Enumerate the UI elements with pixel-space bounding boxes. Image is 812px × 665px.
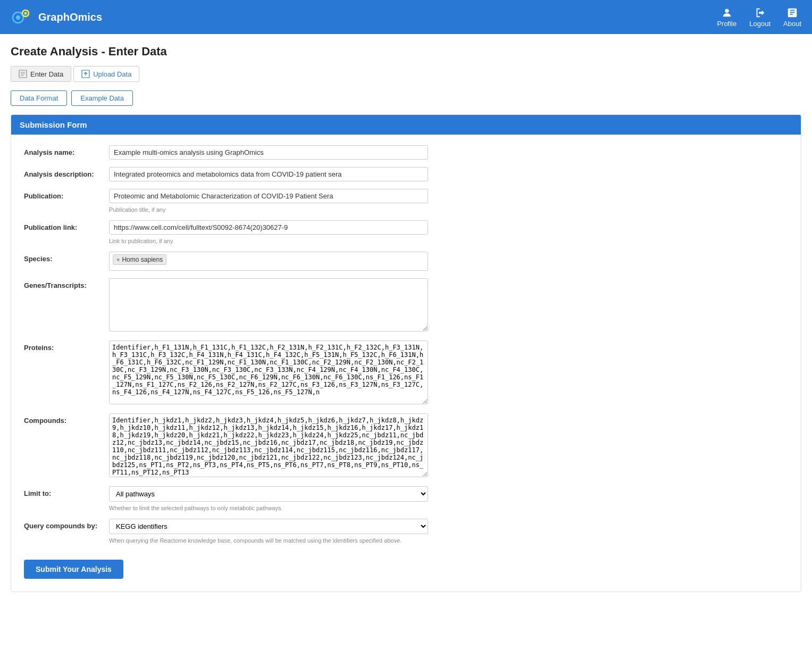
limit-to-wrap: All pathways Metabolic pathways only Whe…	[109, 486, 428, 511]
nav-about-label: About	[783, 20, 801, 28]
species-box[interactable]: × Homo sapiens	[109, 252, 428, 271]
publication-label: Publication:	[24, 189, 109, 200]
proteins-wrap: Identifier,h_F1_131N,h_F1_131C,h_F1_132C…	[109, 340, 428, 406]
proteins-textarea[interactable]: Identifier,h_F1_131N,h_F1_131C,h_F1_132C…	[109, 340, 428, 404]
logo-icon	[11, 6, 33, 28]
form-section-title: Submission Form	[20, 120, 87, 129]
nav-logout-label: Logout	[749, 20, 771, 28]
species-tag: × Homo sapiens	[113, 254, 166, 265]
tabs: Enter Data Upload Data	[11, 66, 801, 82]
page: Create Analysis - Enter Data Enter Data …	[0, 34, 812, 665]
nav-about[interactable]: About	[783, 7, 801, 28]
tab-enter-data-label: Enter Data	[30, 70, 63, 78]
upload-icon	[81, 70, 90, 78]
genes-label: Genes/Transcripts:	[24, 278, 109, 289]
tab-enter-data[interactable]: Enter Data	[11, 66, 71, 82]
publication-row: Publication: Publication title, if any	[24, 189, 788, 213]
svg-rect-9	[790, 13, 793, 14]
compounds-row: Compounds: Identifier,h_jkdz1,h_jkdz2,h_…	[24, 413, 788, 479]
submit-button[interactable]: Submit Your Analysis	[24, 560, 123, 579]
species-tag-label: Homo sapiens	[122, 256, 163, 263]
page-title: Create Analysis - Enter Data	[11, 45, 801, 59]
analysis-name-row: Analysis name:	[24, 145, 788, 160]
publication-input[interactable]	[109, 189, 428, 203]
publication-link-hint: Link to publication, if any	[109, 238, 428, 244]
genes-row: Genes/Transcripts:	[24, 278, 788, 333]
publication-hint: Publication title, if any	[109, 206, 428, 213]
publication-wrap: Publication title, if any	[109, 189, 428, 213]
toolbar: Data Format Example Data	[11, 90, 801, 106]
logo-text: GraphOmics	[38, 11, 102, 23]
limit-to-hint: Whether to limit the selected pathways t…	[109, 505, 428, 511]
compounds-label: Compounds:	[24, 413, 109, 425]
publication-link-input[interactable]	[109, 220, 428, 235]
submission-form-card: Submission Form Analysis name: Analysis …	[11, 114, 801, 592]
profile-icon	[721, 7, 733, 19]
limit-to-select[interactable]: All pathways Metabolic pathways only	[109, 486, 428, 502]
query-compounds-label: Query compounds by:	[24, 519, 109, 530]
svg-point-3	[24, 12, 27, 15]
genes-textarea[interactable]	[109, 278, 428, 331]
query-compounds-row: Query compounds by: KEGG identifiers ChE…	[24, 519, 788, 544]
species-label: Species:	[24, 252, 109, 263]
limit-to-label: Limit to:	[24, 486, 109, 497]
header: GraphOmics Profile Logout About	[0, 0, 812, 34]
publication-link-row: Publication link: Link to publication, i…	[24, 220, 788, 244]
genes-wrap	[109, 278, 428, 333]
svg-rect-8	[790, 12, 794, 13]
nav-profile-label: Profile	[717, 20, 736, 28]
analysis-description-wrap	[109, 167, 428, 181]
svg-rect-7	[790, 10, 794, 11]
analysis-name-wrap	[109, 145, 428, 160]
analysis-description-row: Analysis description:	[24, 167, 788, 181]
svg-point-5	[725, 9, 729, 12]
publication-link-wrap: Link to publication, if any	[109, 220, 428, 244]
tab-upload-data-label: Upload Data	[93, 70, 131, 78]
species-tag-remove[interactable]: ×	[116, 256, 120, 263]
svg-point-1	[16, 15, 20, 20]
about-icon	[786, 7, 798, 19]
proteins-row: Proteins: Identifier,h_F1_131N,h_F1_131C…	[24, 340, 788, 406]
logo[interactable]: GraphOmics	[11, 6, 102, 28]
tab-upload-data[interactable]: Upload Data	[73, 66, 139, 82]
analysis-description-label: Analysis description:	[24, 167, 109, 178]
proteins-label: Proteins:	[24, 340, 109, 352]
form-body: Analysis name: Analysis description: Pub…	[11, 135, 801, 592]
enter-data-icon	[19, 70, 27, 78]
analysis-name-input[interactable]	[109, 145, 428, 160]
query-compounds-wrap: KEGG identifiers ChEBI identifiers HMDB …	[109, 519, 428, 544]
header-nav: Profile Logout About	[717, 7, 801, 28]
nav-profile[interactable]: Profile	[717, 7, 736, 28]
compounds-textarea[interactable]: Identifier,h_jkdz1,h_jkdz2,h_jkdz3,h_jkd…	[109, 413, 428, 477]
publication-link-label: Publication link:	[24, 220, 109, 231]
nav-logout[interactable]: Logout	[749, 7, 771, 28]
analysis-name-label: Analysis name:	[24, 145, 109, 156]
query-compounds-hint: When querying the Reactome knowledge bas…	[109, 537, 428, 544]
species-row: Species: × Homo sapiens	[24, 252, 788, 271]
compounds-wrap: Identifier,h_jkdz1,h_jkdz2,h_jkdz3,h_jkd…	[109, 413, 428, 479]
limit-to-row: Limit to: All pathways Metabolic pathway…	[24, 486, 788, 511]
data-format-button[interactable]: Data Format	[11, 90, 67, 106]
example-data-button[interactable]: Example Data	[71, 90, 133, 106]
species-wrap: × Homo sapiens	[109, 252, 428, 271]
form-card-header: Submission Form	[11, 115, 801, 135]
logout-icon	[754, 7, 766, 19]
query-compounds-select[interactable]: KEGG identifiers ChEBI identifiers HMDB …	[109, 519, 428, 534]
analysis-description-input[interactable]	[109, 167, 428, 181]
